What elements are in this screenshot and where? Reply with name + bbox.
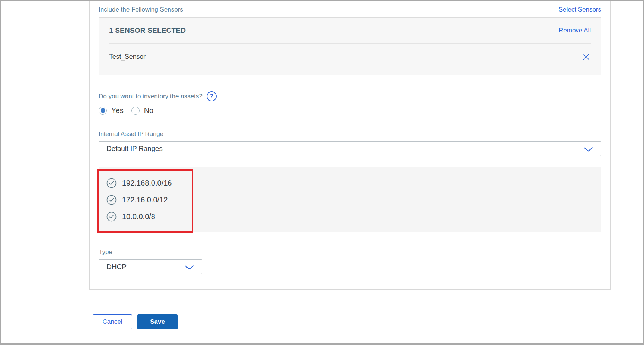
chevron-down-icon [184, 265, 194, 269]
ip-range-value: 10.0.0.0/8 [122, 212, 155, 221]
radio-yes-circle[interactable] [99, 107, 107, 115]
save-button[interactable]: Save [137, 314, 178, 329]
ip-range-dropdown[interactable]: Default IP Ranges [99, 141, 601, 156]
screenshot-frame: Include the Following Sensors Select Sen… [0, 0, 644, 345]
ip-range-label: Internal Asset IP Range [99, 130, 163, 137]
select-sensors-link[interactable]: Select Sensors [559, 6, 601, 13]
form-actions: Cancel Save [93, 314, 178, 329]
check-circle-icon [106, 212, 117, 222]
inventory-question-row: Do you want to inventory the assets? ? [99, 91, 601, 101]
sensors-header-row: Include the Following Sensors Select Sen… [99, 1, 601, 13]
type-label: Type [99, 249, 112, 256]
cancel-button[interactable]: Cancel [93, 314, 132, 329]
remove-all-link[interactable]: Remove All [559, 27, 591, 34]
check-circle-icon [106, 178, 117, 188]
close-x-icon[interactable] [581, 52, 591, 61]
ip-range-row: 10.0.0.0/8 [99, 208, 601, 225]
sensor-count-label: 1 SENSOR SELECTED [109, 26, 186, 35]
inventory-radio-group: Yes No [99, 106, 601, 115]
question-mark-circle-icon[interactable]: ? [207, 91, 217, 101]
type-dropdown-value: DHCP [106, 263, 127, 271]
ip-range-value: 172.16.0.0/12 [122, 196, 168, 204]
form-card: Include the Following Sensors Select Sen… [89, 1, 611, 290]
selected-sensors-panel: 1 SENSOR SELECTED Remove All Test_Sensor [99, 17, 601, 75]
radio-option-no[interactable]: No [131, 106, 154, 115]
ip-range-dropdown-value: Default IP Ranges [106, 145, 162, 153]
ip-range-value: 192.168.0.0/16 [122, 179, 172, 187]
sensor-row: Test_Sensor [109, 44, 591, 70]
ip-range-label-row: Internal Asset IP Range [99, 130, 601, 138]
include-sensors-label: Include the Following Sensors [99, 6, 183, 13]
check-circle-icon [106, 195, 117, 205]
sensor-panel-header: 1 SENSOR SELECTED Remove All [109, 18, 591, 44]
chevron-down-icon [583, 146, 593, 151]
radio-yes-label: Yes [111, 106, 124, 115]
type-label-row: Type [99, 249, 601, 256]
ip-range-row: 192.168.0.0/16 [99, 175, 601, 192]
sensor-name: Test_Sensor [109, 53, 146, 61]
inventory-question-label: Do you want to inventory the assets? [99, 93, 203, 100]
radio-option-yes[interactable]: Yes [99, 106, 124, 115]
radio-no-circle[interactable] [131, 107, 140, 115]
default-ip-ranges-panel: 192.168.0.0/16 172.16.0.0/12 [99, 167, 601, 232]
type-dropdown[interactable]: DHCP [99, 259, 202, 274]
ip-range-row: 172.16.0.0/12 [99, 192, 601, 208]
radio-no-label: No [144, 106, 154, 115]
